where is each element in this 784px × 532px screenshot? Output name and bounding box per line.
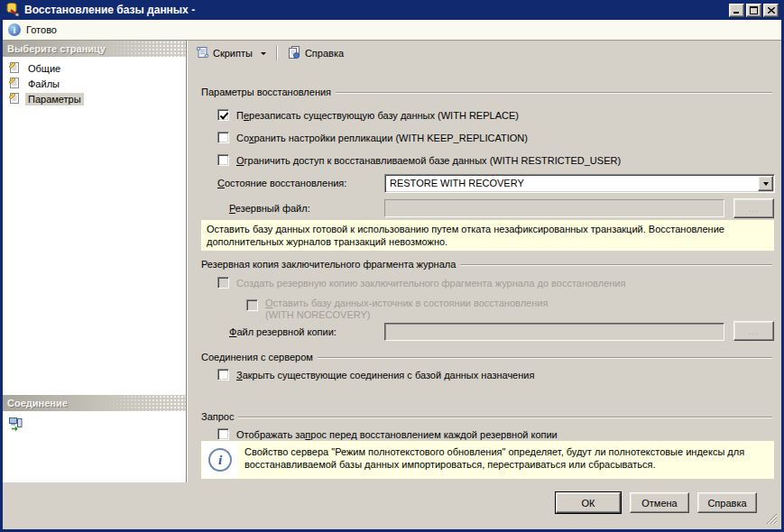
- section-title: Резервная копия заключительного фрагмент…: [201, 259, 456, 270]
- close-connections-checkbox[interactable]: [217, 369, 229, 381]
- recovery-state-label: Состояние восстановления:: [217, 178, 346, 189]
- footer: ОК Отмена Справка: [3, 482, 781, 529]
- keep-replication-checkbox-label: Сохранить настройки репликации (WITH KEE…: [236, 132, 528, 144]
- chevron-down-icon: [763, 182, 769, 186]
- norecovery-checkbox-label: Оставить базу данных-источник в состояни…: [265, 297, 548, 321]
- sidebar-item-label: Параметры: [25, 93, 84, 105]
- server-connection-icon: [8, 416, 23, 433]
- restricted-user-checkbox[interactable]: [217, 154, 229, 166]
- sidebar-item-options[interactable]: Параметры: [8, 91, 186, 106]
- page-edit-icon: [8, 77, 21, 91]
- backup-file-input: [384, 323, 724, 341]
- titlebar[interactable]: Восстановление базы данных -: [3, 0, 781, 20]
- close-icon: [768, 7, 775, 14]
- keep-replication-checkbox[interactable]: [217, 132, 229, 143]
- backup-file-browse-button: ...: [733, 321, 774, 341]
- close-button[interactable]: [763, 4, 779, 17]
- tail-log-backup-checkbox: [217, 277, 229, 289]
- page-edit-icon: [8, 61, 21, 76]
- sidebar-item-label: Общие: [25, 62, 63, 75]
- restricted-user-checkbox-label: Ограничить доступ к восстанавливаемой ба…: [236, 154, 621, 167]
- section-title: Параметры восстановления: [201, 87, 331, 97]
- replace-checkbox-label: Перезаписать существующую базу данных (W…: [236, 109, 519, 122]
- window-title: Восстановление базы данных -: [24, 4, 195, 16]
- section-title: Соединения с сервером: [201, 352, 313, 362]
- standby-file-label: Резервный файл:: [229, 203, 310, 215]
- section-divider: [238, 417, 772, 418]
- restricted-user-checkbox-row: Ограничить доступ к восстанавливаемой ба…: [217, 154, 621, 167]
- recovery-state-value: RESTORE WITH RECOVERY: [390, 178, 524, 188]
- fulltext-info-text: Свойство сервера "Режим полнотекстового …: [239, 441, 774, 479]
- close-connections-checkbox-row: Закрыть существующие соединения с базой …: [217, 369, 534, 381]
- combobox-dropdown-button[interactable]: [758, 176, 773, 191]
- minimize-button[interactable]: [729, 4, 744, 17]
- status-text: Готово: [26, 24, 57, 35]
- replace-checkbox[interactable]: [217, 109, 229, 121]
- replace-checkbox-row: Перезаписать существующую базу данных (W…: [217, 109, 519, 122]
- ok-button[interactable]: ОК: [556, 492, 621, 513]
- help-toolbar-button[interactable]: Справка: [281, 42, 349, 64]
- resize-grip[interactable]: [766, 513, 778, 527]
- database-restore-icon: [5, 2, 20, 19]
- info-plate: i: [202, 442, 238, 478]
- section-prompt: Запрос: [201, 410, 772, 422]
- close-connections-checkbox-label: Закрыть существующие соединения с базой …: [236, 369, 534, 381]
- scroll-icon: [195, 45, 209, 61]
- maximize-icon: [750, 6, 758, 14]
- restore-database-dialog: Восстановление базы данных - i Готово Вы…: [0, 0, 784, 532]
- toolbar-separator: [276, 46, 277, 60]
- norecovery-checkbox-row: Оставить базу данных-источник в состояни…: [246, 297, 548, 321]
- sidebar-item-label: Файлы: [25, 78, 62, 90]
- prompt-checkbox-row: Отображать запрос перед восстановлением …: [217, 428, 558, 441]
- prompt-checkbox-label: Отображать запрос перед восстановлением …: [236, 428, 558, 441]
- prompt-checkbox[interactable]: [217, 428, 229, 440]
- cancel-button[interactable]: Отмена: [630, 492, 689, 513]
- section-restore-options: Параметры восстановления: [201, 86, 772, 97]
- section-divider: [336, 92, 772, 94]
- recovery-state-note: Оставить базу данных готовой к использов…: [201, 220, 774, 251]
- sidebar-item-files[interactable]: Файлы: [8, 76, 186, 91]
- select-page-header: Выберите страницу: [3, 41, 186, 57]
- maximize-button[interactable]: [746, 4, 761, 17]
- tail-log-backup-checkbox-label: Создать резервную копию заключительного …: [236, 277, 625, 289]
- keep-replication-checkbox-row: Сохранить настройки репликации (WITH KEE…: [217, 132, 528, 144]
- help-button[interactable]: Справка: [697, 492, 757, 513]
- backup-file-label: Файл резервной копии:: [229, 326, 337, 338]
- page-edit-icon: [8, 92, 21, 106]
- sidebar-item-general[interactable]: Общие: [8, 60, 186, 76]
- options-page: Скрипты Справка Параметры восстановления: [187, 41, 781, 482]
- scripts-button[interactable]: Скрипты: [189, 42, 272, 64]
- help-toolbar-button-label: Справка: [305, 48, 344, 59]
- scripts-button-label: Скрипты: [213, 48, 253, 59]
- section-title: Запрос: [201, 411, 234, 422]
- section-tail-log: Резервная копия заключительного фрагмент…: [201, 258, 772, 270]
- info-circle-icon: i: [208, 448, 232, 472]
- toolbar: Скрипты Справка: [189, 42, 349, 64]
- recovery-state-combobox[interactable]: RESTORE WITH RECOVERY: [384, 174, 775, 193]
- section-divider: [460, 264, 772, 266]
- minimize-icon: [733, 6, 741, 14]
- sidebar: Выберите страницу Общие Файлы Параметры: [3, 41, 187, 482]
- chevron-down-icon: [261, 52, 266, 55]
- standby-file-input: [384, 199, 724, 217]
- connection-header: Соединение: [3, 395, 186, 411]
- tail-log-backup-checkbox-row: Создать резервную копию заключительного …: [217, 277, 625, 289]
- fulltext-info-box: i Свойство сервера "Режим полнотекстовог…: [201, 441, 774, 479]
- norecovery-checkbox: [246, 299, 258, 311]
- help-page-icon: [287, 45, 301, 61]
- standby-file-browse-button: ...: [733, 198, 774, 218]
- section-server-connections: Соединения с сервером: [201, 351, 772, 362]
- info-icon: i: [8, 23, 21, 36]
- section-divider: [318, 357, 772, 359]
- status-bar: i Готово: [3, 20, 781, 41]
